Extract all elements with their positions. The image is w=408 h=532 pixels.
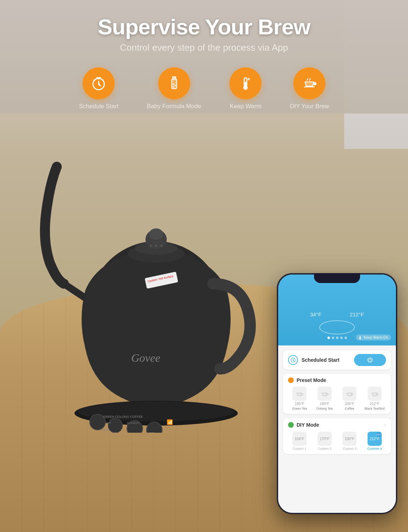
custom2-temp: 170°F <box>320 437 329 441</box>
main-title: Supervise Your Brew <box>98 14 310 39</box>
coffee-temp: 205°F <box>345 402 354 406</box>
clock-icon <box>90 75 107 92</box>
custom1-name: Custom 1 <box>293 447 307 450</box>
tea-cup-icon-2 <box>320 389 329 398</box>
svg-point-8 <box>248 78 249 80</box>
svg-text:MODE: MODE <box>101 428 110 432</box>
diy-grid: 104°F Custom 1 170°F Custom 2 200°F <box>288 432 386 450</box>
svg-rect-7 <box>245 82 246 87</box>
diy-section: DIY Mode › 104°F Custom 1 170°F <box>283 418 391 454</box>
preset-header: Preset Mode <box>288 377 386 383</box>
feature-keep-warm: Keep Warm <box>230 67 261 110</box>
preset-dot <box>288 377 294 383</box>
black-tea-icon <box>368 387 382 401</box>
svg-text:GREEN OOLONG COFFEE: GREEN OOLONG COFFEE <box>103 415 143 419</box>
schedule-clock-icon <box>288 355 298 365</box>
diy-item-custom1[interactable]: 104°F Custom 1 <box>288 432 311 450</box>
svg-text:BLK/BOIL: BLK/BOIL <box>127 421 140 425</box>
custom1-temp: 104°F <box>295 437 304 441</box>
phone-mockup: 34°F 212°F Keep Warm:On <box>277 273 397 514</box>
phone-content: Scheduled Start Preset Mode <box>278 345 396 513</box>
target-temp: 212°F <box>350 311 364 317</box>
keep-warm-circle <box>230 67 261 99</box>
phone-notch <box>314 273 360 283</box>
features-row: Schedule Start Baby Formula Mode <box>79 67 329 110</box>
green-tea-temp: 185°F <box>295 402 304 406</box>
phone-screen: 34°F 212°F Keep Warm:On <box>278 275 396 513</box>
kettle-container: Caution: Hot Surface GREEN OOLONG COFFEE… <box>28 113 277 433</box>
svg-point-33 <box>359 338 361 339</box>
diy-chevron-icon[interactable]: › <box>384 422 386 428</box>
power-icon <box>366 356 374 364</box>
svg-text:📶: 📶 <box>167 419 173 425</box>
diy-brew-circle <box>293 67 325 99</box>
diy-item-custom4[interactable]: DIY 212°F Custom 4 <box>363 432 386 450</box>
circle-indicator <box>319 320 355 334</box>
preset-grid: 185°F Green Tea 180°F Oolong Tea <box>288 387 386 410</box>
diy-brew-label: DIY Your Brew <box>290 103 329 110</box>
dot-5 <box>344 337 347 339</box>
baby-formula-circle <box>158 67 190 99</box>
svg-text:Govee: Govee <box>131 351 160 364</box>
keep-warm-label: Keep Warm <box>230 103 261 110</box>
baby-formula-label: Baby Formula Mode <box>147 103 201 110</box>
feature-baby-formula: Baby Formula Mode <box>147 67 201 110</box>
small-clock-icon <box>290 357 296 363</box>
custom3-name: Custom 3 <box>343 447 357 450</box>
diy-header: DIY Mode › <box>288 422 386 428</box>
power-button[interactable] <box>354 354 386 366</box>
coffee-cup-icon <box>345 389 354 398</box>
diy-item-custom2[interactable]: 170°F Custom 2 <box>313 432 336 450</box>
svg-point-13 <box>149 228 163 240</box>
svg-point-3 <box>174 85 175 86</box>
preset-item-coffee[interactable]: 205°F Coffee <box>338 387 361 410</box>
svg-point-2 <box>173 84 174 85</box>
custom3-temp: 200°F <box>345 437 354 441</box>
preset-item-black-tea[interactable]: 212°F Black Tea/Boil <box>363 387 386 410</box>
dot-2 <box>332 337 334 339</box>
bottle-icon <box>166 75 183 92</box>
oolong-name: Oolong Tea <box>316 407 333 410</box>
indicator-dots <box>327 337 347 339</box>
custom4-temp: 212°F <box>370 437 379 441</box>
schedule-left: Scheduled Start <box>288 355 340 365</box>
kettle-svg: Caution: Hot Surface GREEN OOLONG COFFEE… <box>28 113 277 433</box>
keep-warm-badge: Keep Warm:On <box>356 334 391 340</box>
diy-dot <box>288 422 294 428</box>
tea-cup-icon-1 <box>295 389 304 398</box>
cup-icon <box>301 75 318 92</box>
custom4-icon: DIY 212°F <box>368 432 382 446</box>
coffee-name: Coffee <box>345 407 354 410</box>
tea-cup-icon-4 <box>370 389 379 398</box>
svg-point-15 <box>155 245 157 247</box>
oolong-icon <box>318 387 332 401</box>
black-tea-name: Black Tea/Boil <box>365 407 385 410</box>
schedule-start-circle <box>83 67 115 99</box>
custom4-name: Custom 4 <box>367 447 382 450</box>
schedule-start-label: Schedule Start <box>79 103 119 110</box>
oolong-temp: 180°F <box>320 402 329 406</box>
diy-title: DIY Mode <box>297 422 319 428</box>
custom1-icon: 104°F <box>292 432 307 446</box>
scheduled-start-label: Scheduled Start <box>302 357 340 363</box>
preset-title: Preset Mode <box>297 377 326 383</box>
svg-point-14 <box>150 245 152 247</box>
schedule-row[interactable]: Scheduled Start <box>283 350 391 370</box>
dot-3 <box>336 337 338 339</box>
header-section: Supervise Your Brew Control every step o… <box>0 0 408 113</box>
svg-text:DIY: DIY <box>106 421 111 425</box>
custom2-name: Custom 2 <box>318 447 331 450</box>
coffee-icon <box>342 387 357 401</box>
keep-warm-icon <box>359 336 362 339</box>
phone-top-area: 34°F 212°F Keep Warm:On <box>278 275 396 345</box>
preset-section: Preset Mode 185°F Green Tea <box>283 374 391 414</box>
svg-point-1 <box>172 78 176 80</box>
custom4-badge: DIY <box>377 432 381 437</box>
preset-item-oolong[interactable]: 180°F Oolong Tea <box>313 387 336 410</box>
sub-title: Control every step of the process via Ap… <box>120 42 288 53</box>
feature-diy-brew: DIY Your Brew <box>290 67 329 110</box>
custom2-icon: 170°F <box>318 432 332 446</box>
diy-item-custom3[interactable]: 200°F Custom 3 <box>338 432 361 450</box>
dot-4 <box>340 337 343 339</box>
preset-item-green-tea[interactable]: 185°F Green Tea <box>288 387 311 410</box>
